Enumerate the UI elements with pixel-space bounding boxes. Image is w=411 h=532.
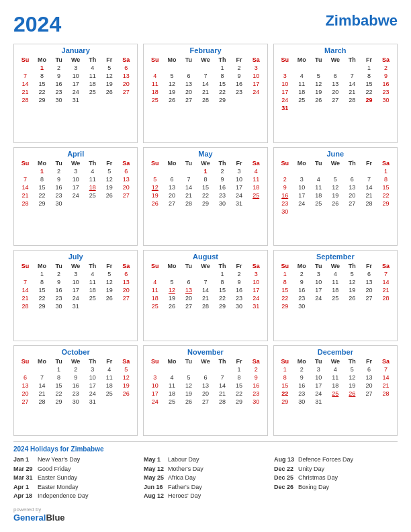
calendar-day: 22 bbox=[197, 191, 214, 200]
calendar-day: 6 bbox=[361, 270, 377, 278]
calendar-day: 2 bbox=[377, 64, 394, 72]
calendar-day: 2 bbox=[293, 270, 310, 278]
calendar-day: 12 bbox=[327, 183, 344, 191]
holiday-date: Mar 29 bbox=[13, 465, 35, 474]
calendar-day: 20 bbox=[361, 286, 377, 294]
day-header: We bbox=[327, 56, 344, 64]
calendar-day bbox=[277, 167, 293, 175]
day-header: We bbox=[197, 262, 214, 270]
calendar-day: 1 bbox=[34, 64, 50, 72]
calendar-day: 9 bbox=[50, 278, 67, 286]
calendar-day: 15 bbox=[231, 382, 248, 390]
calendar-day: 13 bbox=[327, 80, 344, 88]
calendar-table: SuMoTuWeThFrSa12345678910111213141516171… bbox=[17, 159, 134, 208]
calendar-day: 13 bbox=[163, 183, 180, 191]
day-header: Tu bbox=[310, 159, 327, 167]
calendar-day bbox=[377, 104, 394, 112]
holiday-name: Christmas Day bbox=[298, 474, 338, 482]
calendar-day: 3 bbox=[67, 167, 84, 175]
holiday-entry: Dec 22Unity Day bbox=[274, 465, 398, 474]
calendar-day: 17 bbox=[248, 286, 265, 294]
calendar-day: 23 bbox=[231, 88, 248, 96]
calendar-day: 4 bbox=[84, 167, 101, 175]
calendar-day: 12 bbox=[101, 175, 118, 183]
calendar-table: SuMoTuWeThFrSa12345678910111213141516171… bbox=[146, 56, 264, 104]
holiday-date: Dec 26 bbox=[274, 483, 295, 492]
calendar-day: 12 bbox=[118, 373, 134, 382]
calendar-day: 14 bbox=[344, 80, 361, 88]
calendar-day bbox=[180, 365, 197, 373]
month-block-april: AprilSuMoTuWeThFrSa123456789101112131415… bbox=[13, 147, 138, 247]
calendar-day: 8 bbox=[361, 72, 377, 80]
calendar-day: 1 bbox=[361, 64, 377, 72]
holiday-date: Jan 1 bbox=[13, 455, 35, 464]
holidays-col-3: Aug 13Defence Forces DayDec 22Unity DayD… bbox=[274, 455, 398, 501]
calendar-day: 9 bbox=[214, 175, 231, 183]
calendar-day: 20 bbox=[118, 183, 134, 191]
calendar-day: 21 bbox=[17, 88, 34, 96]
holiday-name: Father's Day bbox=[168, 483, 202, 492]
calendar-day: 25 bbox=[84, 191, 101, 200]
calendar-day: 2 bbox=[67, 365, 84, 373]
calendar-day: 29 bbox=[34, 200, 50, 208]
calendar-day: 10 bbox=[277, 80, 293, 88]
day-header: Fr bbox=[231, 56, 248, 64]
calendar-day: 6 bbox=[118, 64, 134, 72]
calendar-day: 18 bbox=[310, 191, 327, 200]
calendar-day: 15 bbox=[361, 80, 377, 88]
calendar-day: 26 bbox=[163, 96, 180, 104]
calendar-day: 28 bbox=[34, 398, 50, 406]
calendar-day: 12 bbox=[101, 278, 118, 286]
calendar-day: 6 bbox=[327, 72, 344, 80]
calendar-day: 16 bbox=[67, 382, 84, 390]
calendar-table: SuMoTuWeThFrSa12345678910111213141516171… bbox=[146, 262, 264, 310]
calendar-day: 26 bbox=[163, 302, 180, 310]
calendar-day: 8 bbox=[214, 278, 231, 286]
calendar-day: 20 bbox=[118, 80, 134, 88]
calendar-day bbox=[101, 398, 118, 406]
calendar-day bbox=[377, 398, 394, 406]
calendar-day bbox=[197, 64, 214, 72]
calendar-day: 17 bbox=[67, 80, 84, 88]
calendar-day: 1 bbox=[277, 365, 293, 373]
calendar-day: 10 bbox=[146, 382, 163, 390]
calendar-day: 4 bbox=[327, 365, 344, 373]
holiday-name: Easter Monday bbox=[38, 483, 79, 492]
calendar-day bbox=[361, 302, 377, 310]
holiday-name: Independence Day bbox=[38, 492, 89, 500]
calendar-day: 29 bbox=[214, 302, 231, 310]
calendar-day: 3 bbox=[248, 270, 265, 278]
calendar-day: 19 bbox=[327, 191, 344, 200]
calendar-day: 16 bbox=[248, 382, 265, 390]
day-header: Sa bbox=[118, 159, 134, 167]
calendar-day: 4 bbox=[293, 72, 310, 80]
calendar-day bbox=[118, 96, 134, 104]
calendar-day bbox=[163, 64, 180, 72]
holiday-entry: Aug 12Heroes' Day bbox=[144, 492, 267, 500]
calendar-day: 16 bbox=[50, 80, 67, 88]
holiday-date: Jun 16 bbox=[144, 483, 165, 492]
calendar-day: 27 bbox=[327, 96, 344, 104]
calendar-day bbox=[34, 365, 50, 373]
calendar-day: 28 bbox=[214, 398, 231, 406]
calendar-day: 6 bbox=[180, 72, 197, 80]
calendar-day: 27 bbox=[197, 398, 214, 406]
calendar-day bbox=[84, 96, 101, 104]
calendar-day: 26 bbox=[344, 294, 361, 302]
month-block-march: MarchSuMoTuWeThFrSa123456789101112131415… bbox=[273, 44, 398, 143]
calendar-day: 22 bbox=[277, 294, 293, 302]
calendar-day bbox=[327, 167, 344, 175]
calendar-day: 21 bbox=[180, 191, 197, 200]
holiday-name: Boxing Day bbox=[298, 483, 329, 492]
calendar-day: 25 bbox=[101, 390, 118, 398]
calendar-day: 26 bbox=[180, 398, 197, 406]
day-header: Su bbox=[17, 357, 34, 365]
calendar-day: 20 bbox=[180, 294, 197, 302]
calendar-day: 16 bbox=[50, 286, 67, 294]
calendar-day: 20 bbox=[197, 390, 214, 398]
calendar-day: 11 bbox=[84, 72, 101, 80]
day-header: Sa bbox=[118, 262, 134, 270]
day-header: Tu bbox=[50, 262, 67, 270]
calendar-day: 20 bbox=[344, 191, 361, 200]
holiday-name: New Year's Day bbox=[38, 455, 80, 464]
